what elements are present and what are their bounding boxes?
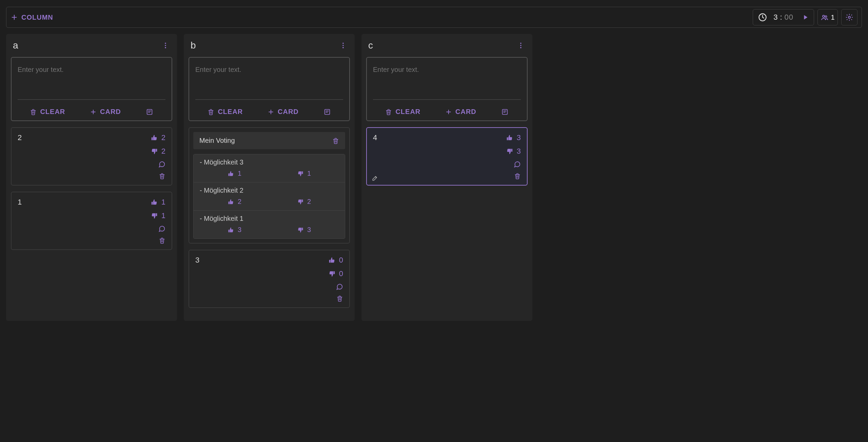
trash-icon (30, 109, 37, 115)
option-upvote-button[interactable]: 3 (228, 226, 241, 234)
card-label: CARD (278, 108, 299, 116)
thumb-down-icon (297, 170, 304, 177)
timer-play-button[interactable] (802, 14, 809, 21)
timer-group: 3 : 00 (753, 9, 814, 25)
option-downvote-button[interactable]: 3 (297, 226, 311, 234)
card[interactable]: 3 0 0 (189, 250, 350, 308)
option-upvote-button[interactable]: 2 (228, 198, 241, 206)
comment-button[interactable] (158, 160, 165, 168)
option-downvote-count: 3 (307, 226, 311, 234)
upvote-button[interactable]: 0 (328, 256, 343, 265)
card-template-button[interactable] (146, 108, 153, 116)
trash-icon (385, 109, 392, 115)
add-card-button[interactable]: CARD (445, 108, 476, 116)
thumb-down-icon (151, 148, 158, 155)
card-template-button[interactable] (323, 108, 331, 116)
gear-icon (845, 13, 853, 21)
clock-icon (758, 13, 767, 22)
voting-header: Mein Voting (193, 132, 345, 149)
thumb-up-icon (151, 134, 158, 141)
clear-label: CLEAR (218, 108, 243, 116)
column-menu-button[interactable] (516, 42, 526, 49)
add-column-button[interactable]: COLUMN (11, 14, 53, 21)
timer-display[interactable]: 3 : 00 (773, 13, 793, 22)
option-upvote-count: 2 (238, 198, 241, 206)
plus-icon (445, 109, 452, 115)
card[interactable]: 1 1 1 (11, 192, 172, 250)
voting-card[interactable]: Mein Voting - Möglichkeit 3 1 1 - Möglic… (189, 127, 350, 244)
add-card-button[interactable]: CARD (268, 108, 299, 116)
downvote-button[interactable]: 0 (328, 269, 343, 278)
option-downvote-count: 2 (307, 198, 311, 206)
thumb-down-icon (297, 227, 304, 233)
downvote-count: 3 (517, 147, 521, 156)
edit-icon[interactable] (372, 175, 378, 181)
voting-option-label: - Möglichkeit 1 (200, 215, 339, 223)
downvote-button[interactable]: 1 (151, 211, 165, 220)
column: c Enter your text. CLEAR CARD 4 3 (361, 34, 532, 321)
thumb-up-icon (228, 198, 234, 205)
participants-button[interactable]: 1 (817, 9, 838, 25)
column-menu-button[interactable] (338, 42, 348, 49)
delete-card-button[interactable] (336, 295, 343, 302)
option-downvote-button[interactable]: 1 (297, 170, 311, 177)
option-downvote-button[interactable]: 2 (297, 198, 311, 206)
comment-button[interactable] (158, 225, 165, 232)
card-text: 2 (18, 133, 145, 179)
downvote-button[interactable]: 2 (151, 147, 165, 156)
card-template-button[interactable] (501, 108, 509, 116)
clear-button[interactable]: CLEAR (30, 108, 65, 116)
thumb-down-icon (151, 212, 158, 219)
column-menu-button[interactable] (161, 42, 170, 49)
new-card-input[interactable]: Enter your text. (18, 66, 165, 100)
voting-option-label: - Möglichkeit 3 (200, 158, 339, 166)
upvote-button[interactable]: 1 (151, 198, 165, 207)
thumb-down-icon (506, 148, 513, 155)
settings-button[interactable] (841, 9, 857, 25)
column-title[interactable]: b (191, 40, 338, 51)
downvote-count: 2 (161, 147, 165, 156)
more-vert-icon (339, 42, 347, 49)
new-card-input[interactable]: Enter your text. (195, 66, 343, 100)
delete-card-button[interactable] (514, 173, 521, 179)
column-title[interactable]: a (13, 40, 161, 51)
comment-button[interactable] (336, 283, 343, 290)
trash-icon (332, 137, 339, 144)
comment-button[interactable] (513, 160, 521, 168)
people-icon (821, 13, 829, 21)
card[interactable]: 4 3 3 (366, 127, 528, 186)
option-upvote-button[interactable]: 1 (228, 170, 241, 177)
clear-button[interactable]: CLEAR (385, 108, 420, 116)
clear-label: CLEAR (395, 108, 420, 116)
option-upvote-count: 3 (238, 226, 241, 234)
column: b Enter your text. CLEAR CARD Mein Votin… (184, 34, 355, 321)
delete-card-button[interactable] (159, 237, 165, 244)
delete-card-button[interactable] (159, 173, 165, 179)
thumb-up-icon (506, 134, 513, 141)
column-title[interactable]: c (368, 40, 516, 51)
downvote-button[interactable]: 3 (506, 147, 521, 156)
thumb-up-icon (151, 198, 158, 206)
participants-count: 1 (831, 14, 834, 21)
upvote-button[interactable]: 2 (151, 133, 165, 142)
new-card-input[interactable]: Enter your text. (373, 66, 521, 100)
upvote-count: 2 (161, 133, 165, 142)
new-card-area: Enter your text. CLEAR CARD (366, 57, 528, 121)
upvote-button[interactable]: 3 (506, 133, 521, 142)
voting-title: Mein Voting (199, 137, 332, 145)
new-card-area: Enter your text. CLEAR CARD (11, 57, 172, 121)
trash-icon (336, 295, 343, 302)
trash-icon (159, 237, 165, 244)
trash-icon (159, 173, 165, 179)
card-text: 1 (18, 198, 145, 244)
trash-icon (208, 109, 214, 115)
play-icon (802, 14, 809, 21)
add-card-button[interactable]: CARD (90, 108, 121, 116)
note-icon (146, 108, 153, 116)
pencil-icon (372, 175, 378, 181)
delete-voting-button[interactable] (332, 137, 339, 144)
board: a Enter your text. CLEAR CARD 2 2 (6, 34, 532, 321)
option-upvote-count: 1 (238, 170, 241, 177)
clear-button[interactable]: CLEAR (208, 108, 243, 116)
card[interactable]: 2 2 2 (11, 127, 172, 186)
